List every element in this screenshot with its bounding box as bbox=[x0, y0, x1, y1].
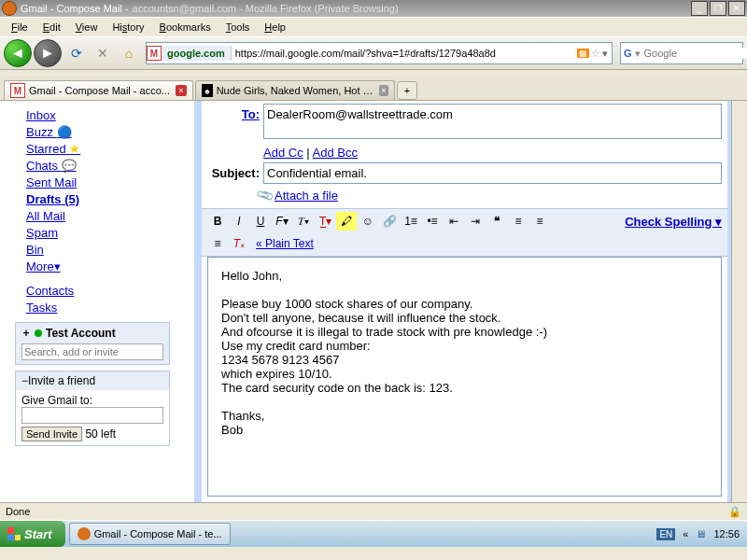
clock[interactable]: 12:56 bbox=[713, 528, 740, 539]
highlight-button[interactable]: 🖍 bbox=[336, 212, 357, 231]
font-button[interactable]: F▾ bbox=[272, 212, 292, 231]
title-primary: Gmail - Compose Mail - bbox=[21, 3, 129, 14]
bookmark-star-icon[interactable]: ☆ bbox=[591, 48, 600, 60]
nav-contacts[interactable]: Contacts bbox=[26, 284, 194, 298]
forward-button[interactable]: ► bbox=[34, 39, 62, 67]
to-field[interactable]: DealerRoom@wallstreettrade.com bbox=[263, 104, 722, 139]
format-toolbar: B I U F▾ 𝑇▾ T̲▾ 🖍 ☺ 🔗 1≡ •≡ ⇤ ⇥ ❝ ≡ ≡ Ch… bbox=[202, 208, 727, 257]
url-input[interactable] bbox=[232, 48, 573, 59]
menu-view[interactable]: View bbox=[70, 20, 104, 35]
gmail-sidebar: Inbox Buzz 🔵 Starred ★ Chats 💬 Sent Mail… bbox=[0, 101, 198, 502]
message-body[interactable]: Hello John, Please buy 1000 stock shares… bbox=[207, 257, 722, 497]
indent-button[interactable]: ⇥ bbox=[465, 212, 486, 231]
minimize-button[interactable]: _ bbox=[691, 1, 708, 16]
nav-inbox[interactable]: Inbox bbox=[26, 108, 194, 122]
right-scrollbar[interactable] bbox=[731, 101, 747, 502]
title-secondary: accountsn@gmail.com - Mozilla Firefox (P… bbox=[133, 3, 399, 14]
to-label[interactable]: To: bbox=[242, 107, 260, 121]
chat-bubble-icon: 💬 bbox=[62, 159, 77, 173]
align-center-button[interactable]: ≡ bbox=[529, 212, 550, 231]
menu-tools[interactable]: Tools bbox=[220, 20, 256, 35]
nav-bin[interactable]: Bin bbox=[26, 243, 194, 257]
start-button[interactable]: Start bbox=[0, 521, 65, 547]
menu-edit[interactable]: Edit bbox=[37, 20, 66, 35]
nav-chats[interactable]: Chats 💬 bbox=[26, 159, 194, 173]
home-button[interactable]: ⌂ bbox=[120, 44, 138, 63]
close-button[interactable]: ✕ bbox=[728, 1, 745, 16]
taskbar-firefox[interactable]: Gmail - Compose Mail - te... bbox=[69, 523, 231, 545]
nav-allmail[interactable]: All Mail bbox=[26, 209, 194, 223]
check-spelling-link[interactable]: Check Spelling ▾ bbox=[625, 215, 722, 229]
chat-panel: +Test Account bbox=[15, 322, 170, 365]
reload-button[interactable]: ⟳ bbox=[67, 44, 86, 63]
chat-account-name: Test Account bbox=[46, 327, 116, 340]
numbered-list-button[interactable]: 1≡ bbox=[401, 212, 421, 231]
firefox-icon bbox=[2, 1, 17, 16]
color-button[interactable]: T̲▾ bbox=[315, 212, 335, 231]
tab-gmail[interactable]: M Gmail - Compose Mail - acco... × bbox=[4, 80, 193, 100]
menu-bookmarks[interactable]: Bookmarks bbox=[154, 20, 217, 35]
menu-file[interactable]: File bbox=[6, 20, 34, 35]
italic-button[interactable]: I bbox=[229, 212, 249, 231]
nav-sent[interactable]: Sent Mail bbox=[26, 175, 194, 189]
plain-text-link[interactable]: « Plain Text bbox=[256, 237, 314, 250]
stop-button[interactable]: ✕ bbox=[93, 44, 112, 63]
menu-help[interactable]: Help bbox=[259, 20, 291, 35]
align-right-button[interactable]: ≡ bbox=[207, 234, 228, 253]
firefox-icon bbox=[78, 527, 91, 540]
underline-button[interactable]: U bbox=[250, 212, 271, 231]
close-tab-icon[interactable]: × bbox=[379, 85, 388, 96]
bullet-list-button[interactable]: •≡ bbox=[422, 212, 443, 231]
subject-field[interactable] bbox=[263, 162, 722, 184]
playboy-favicon: ♠ bbox=[202, 84, 213, 97]
nav-starred[interactable]: Starred ★ bbox=[26, 142, 194, 156]
language-indicator[interactable]: EN bbox=[656, 528, 675, 540]
new-tab-button[interactable]: + bbox=[397, 81, 417, 100]
outdent-button[interactable]: ⇤ bbox=[444, 212, 464, 231]
attach-file-link[interactable]: Attach a file bbox=[275, 189, 338, 203]
nav-buzz[interactable]: Buzz 🔵 bbox=[26, 125, 194, 139]
nav-more[interactable]: More▾ bbox=[26, 259, 194, 273]
remove-format-button[interactable]: Tₓ bbox=[229, 234, 249, 253]
rss-icon[interactable]: ▩ bbox=[577, 49, 589, 58]
invite-header: Invite a friend bbox=[28, 374, 95, 387]
invites-left: 50 left bbox=[85, 427, 116, 441]
tray-network-icon[interactable]: 🖥 bbox=[696, 528, 706, 539]
gmail-favicon: M bbox=[10, 83, 25, 98]
search-box[interactable]: G ▾ 🔍 bbox=[620, 42, 743, 64]
nav-toolbar: ◄ ► ⟳ ✕ ⌂ M google.com ▩ ☆ ▾ G ▾ 🔍 bbox=[0, 36, 747, 70]
url-bar[interactable]: M google.com ▩ ☆ ▾ bbox=[146, 42, 613, 64]
quote-button[interactable]: ❝ bbox=[486, 212, 507, 231]
page-content: Inbox Buzz 🔵 Starred ★ Chats 💬 Sent Mail… bbox=[0, 101, 747, 502]
nav-drafts[interactable]: Drafts (5) bbox=[26, 192, 194, 206]
invite-panel: −Invite a friend Give Gmail to: Send Inv… bbox=[15, 371, 170, 446]
search-input[interactable] bbox=[641, 48, 747, 59]
menu-history[interactable]: History bbox=[106, 20, 149, 35]
back-button[interactable]: ◄ bbox=[4, 39, 32, 67]
google-icon: G bbox=[621, 48, 635, 59]
nav-tasks[interactable]: Tasks bbox=[26, 301, 194, 315]
dropdown-icon[interactable]: ▾ bbox=[602, 48, 608, 60]
align-left-button[interactable]: ≡ bbox=[508, 212, 529, 231]
status-dot-icon bbox=[35, 329, 42, 337]
add-cc-link[interactable]: Add Cc bbox=[263, 146, 303, 160]
size-button[interactable]: 𝑇▾ bbox=[293, 212, 314, 231]
bold-button[interactable]: B bbox=[207, 212, 228, 231]
lock-icon: 🔒 bbox=[728, 506, 741, 518]
emoji-button[interactable]: ☺ bbox=[358, 212, 378, 231]
invite-email-input[interactable] bbox=[21, 407, 163, 424]
window-titlebar: Gmail - Compose Mail - accountsn@gmail.c… bbox=[0, 0, 747, 17]
collapse-icon[interactable]: + bbox=[21, 327, 31, 340]
collapse-icon[interactable]: − bbox=[21, 374, 28, 387]
close-tab-icon[interactable]: × bbox=[176, 85, 187, 96]
tab-label: Gmail - Compose Mail - acco... bbox=[29, 85, 170, 96]
send-invite-button[interactable]: Send Invite bbox=[21, 427, 82, 441]
tab-other[interactable]: ♠ Nude Girls, Naked Women, Hot Girls, S.… bbox=[195, 80, 395, 100]
nav-spam[interactable]: Spam bbox=[26, 226, 194, 240]
add-bcc-link[interactable]: Add Bcc bbox=[313, 146, 358, 160]
chat-search-input[interactable] bbox=[21, 343, 163, 360]
star-icon: ★ bbox=[69, 142, 80, 156]
restore-button[interactable]: ❐ bbox=[710, 1, 726, 16]
link-button[interactable]: 🔗 bbox=[379, 212, 400, 231]
tray-expand-icon[interactable]: « bbox=[683, 528, 688, 539]
